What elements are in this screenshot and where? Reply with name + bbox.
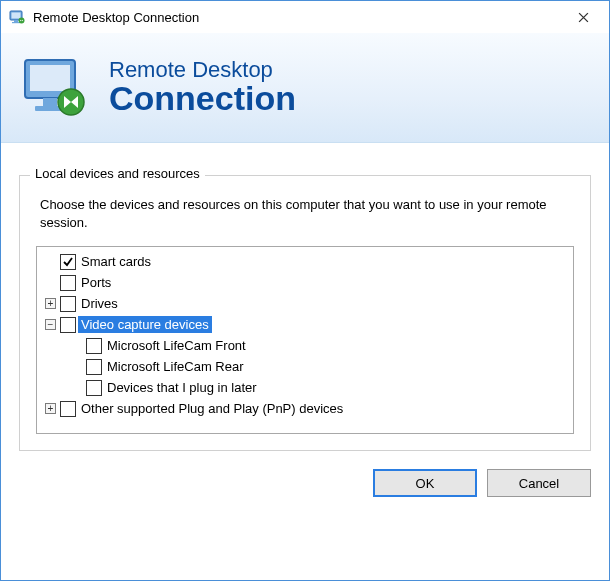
svg-rect-2 <box>14 20 18 22</box>
window-title: Remote Desktop Connection <box>33 10 563 25</box>
tree-checkbox[interactable] <box>60 254 76 270</box>
tree-row[interactable]: Microsoft LifeCam Rear <box>41 356 569 377</box>
tree-indent <box>41 345 71 346</box>
local-devices-group: Local devices and resources Choose the d… <box>19 175 591 451</box>
tree-row[interactable]: Devices that I plug in later <box>41 377 569 398</box>
tree-item-label[interactable]: Other supported Plug and Play (PnP) devi… <box>78 400 346 417</box>
close-button[interactable] <box>563 3 603 31</box>
tree-checkbox[interactable] <box>86 359 102 375</box>
tree-row[interactable]: Smart cards <box>41 251 569 272</box>
expander-spacer <box>45 277 56 288</box>
expander-spacer <box>71 361 82 372</box>
close-icon <box>578 12 589 23</box>
svg-rect-1 <box>12 13 21 19</box>
rdc-logo-icon <box>19 52 91 124</box>
tree-checkbox[interactable] <box>86 380 102 396</box>
expander-spacer <box>45 256 56 267</box>
group-legend: Local devices and resources <box>30 166 205 181</box>
cancel-button[interactable]: Cancel <box>487 469 591 497</box>
banner-line1: Remote Desktop <box>109 58 296 81</box>
collapse-icon[interactable]: − <box>45 319 56 330</box>
tree-indent <box>41 387 71 388</box>
expand-icon[interactable]: + <box>45 403 56 414</box>
svg-rect-7 <box>43 98 57 106</box>
tree-item-label[interactable]: Ports <box>78 274 114 291</box>
svg-rect-6 <box>30 65 70 91</box>
tree-item-label[interactable]: Video capture devices <box>78 316 212 333</box>
tree-item-label[interactable]: Devices that I plug in later <box>104 379 260 396</box>
tree-row[interactable]: −Video capture devices <box>41 314 569 335</box>
tree-checkbox[interactable] <box>86 338 102 354</box>
tree-item-label[interactable]: Drives <box>78 295 121 312</box>
tree-indent <box>41 366 71 367</box>
svg-rect-3 <box>12 22 20 23</box>
tree-row[interactable]: +Drives <box>41 293 569 314</box>
content-area: Local devices and resources Choose the d… <box>1 143 609 451</box>
titlebar: Remote Desktop Connection <box>1 1 609 33</box>
dialog-buttons: OK Cancel <box>1 451 609 513</box>
tree-checkbox[interactable] <box>60 317 76 333</box>
app-icon <box>9 9 25 25</box>
tree-row[interactable]: Ports <box>41 272 569 293</box>
banner-headings: Remote Desktop Connection <box>109 58 296 117</box>
tree-checkbox[interactable] <box>60 296 76 312</box>
expander-spacer <box>71 340 82 351</box>
tree-row[interactable]: +Other supported Plug and Play (PnP) dev… <box>41 398 569 419</box>
tree-row[interactable]: Microsoft LifeCam Front <box>41 335 569 356</box>
tree-item-label[interactable]: Microsoft LifeCam Front <box>104 337 249 354</box>
tree-item-label[interactable]: Microsoft LifeCam Rear <box>104 358 247 375</box>
ok-button[interactable]: OK <box>373 469 477 497</box>
group-description: Choose the devices and resources on this… <box>40 196 570 232</box>
tree-item-label[interactable]: Smart cards <box>78 253 154 270</box>
banner: Remote Desktop Connection <box>1 33 609 143</box>
device-tree[interactable]: Smart cardsPorts+Drives−Video capture de… <box>36 246 574 434</box>
tree-checkbox[interactable] <box>60 275 76 291</box>
expander-spacer <box>71 382 82 393</box>
banner-line2: Connection <box>109 81 296 117</box>
tree-checkbox[interactable] <box>60 401 76 417</box>
expand-icon[interactable]: + <box>45 298 56 309</box>
